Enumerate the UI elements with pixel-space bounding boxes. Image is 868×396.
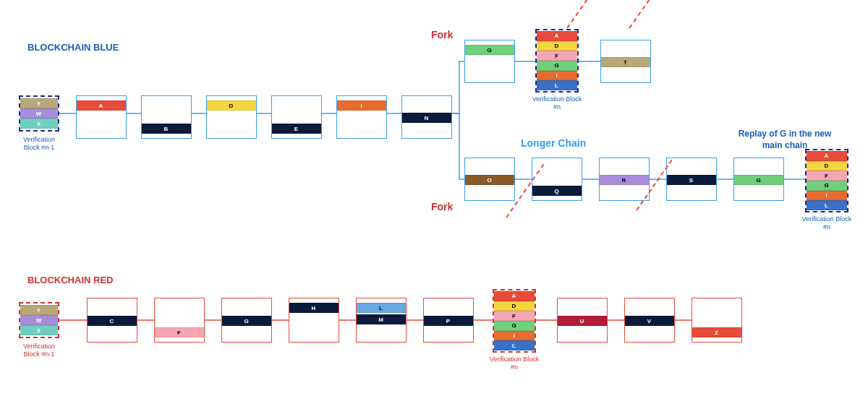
stripe-T: T [601,57,650,67]
stripe-L: L [807,200,847,210]
stripe-W: W [20,315,58,325]
slash-1 [566,0,601,29]
red-verification-n: ADFGIL [493,289,536,353]
stripe-L: L [357,303,406,313]
block-Z: Z [692,298,742,343]
block-I: I [336,95,387,139]
stripe-U: U [558,316,607,326]
stripe-G: G [537,61,577,71]
block-O: O [464,158,515,201]
stripe-L: L [494,340,535,350]
stripe-F: F [155,327,204,337]
slash-2 [629,0,663,29]
stripe-A: A [537,31,577,41]
block-E: E [271,95,322,139]
block-U: U [557,298,608,343]
caption-red-verif-n: Verification Block #n [488,356,540,371]
stripe-H: H [289,303,339,313]
stripe-F: F [807,171,847,181]
stripe-F: F [494,311,535,321]
block-V: V [624,298,675,343]
stripe-I: I [494,331,535,341]
block-P: P [423,298,474,343]
stripe-V: V [625,316,674,326]
title-red: BLOCKCHAIN RED [27,275,113,285]
label-fork-top: Fork [431,29,453,40]
stripe-G: G [222,316,271,326]
stripe-A: A [494,291,535,301]
stripe-C: C [88,316,137,326]
stripe-X: X [20,119,58,129]
stripe-G: G [734,175,783,185]
caption-blue-verif-n1: Verification Block #n-1 [14,136,64,152]
stripe-S: S [667,175,716,185]
blue-fork-up-after: T [600,40,651,83]
stripe-I: I [807,191,847,201]
red-verification-n-1: YWX [19,302,59,338]
label-fork-bottom: Fork [431,201,453,212]
stripe-X: X [20,325,58,335]
stripe-M: M [357,314,406,324]
block-R: R [599,158,650,201]
label-replay: Replay of G in the new main chain [738,129,832,151]
block-G: G [733,158,784,201]
stripe-I: I [337,100,386,111]
block-A: A [76,95,127,139]
block-Q: Q [532,158,582,201]
title-blue: BLOCKCHAIN BLUE [27,42,119,53]
label-longer-chain: Longer Chain [521,137,586,149]
stripe-G: G [494,321,535,331]
block-G: G [221,298,272,343]
stripe-B: B [142,124,191,134]
stripe-I: I [537,71,577,81]
stripe-O: O [465,175,514,185]
blue-fork-up: G [464,40,515,83]
block-B: B [141,95,192,139]
stripe-G: G [465,45,514,55]
stripe-R: R [600,175,649,185]
stripe-W: W [20,108,58,119]
stripe-Z: Z [692,327,741,337]
caption-blue-verif-up: Verification Block #n [531,95,583,111]
stripe-Q: Q [532,186,582,196]
stripe-Y: Y [20,305,58,315]
block-C: C [87,298,137,343]
stripe-N: N [402,113,451,123]
stripe-A: A [77,100,126,111]
block-S: S [666,158,717,201]
blue-verification-down: ADFGIL [805,149,848,212]
caption-blue-verif-down: Verification Block #n [801,215,853,231]
caption-red-verif-n1: Verification Block #n-1 [14,343,64,358]
stripe-P: P [424,316,473,326]
stripe-D: D [494,301,535,311]
stripe-A: A [807,151,847,161]
block-T: T [600,40,651,83]
stripe-G: G [807,181,847,191]
blue-verification-up: ADFGIL [535,29,579,92]
stripe-F: F [537,51,577,61]
stripe-D: D [537,41,577,51]
block-H: H [289,298,339,343]
stripe-L: L [537,80,577,90]
stripe-E: E [272,124,321,134]
stripe-D: D [807,161,847,171]
blue-verification-n-1: YWX [19,95,59,132]
stripe-Y: Y [20,98,58,108]
block-N: N [401,95,452,139]
block-F: F [154,298,205,343]
block-G: G [464,40,515,83]
block-D: D [206,95,257,139]
block-L: LM [356,298,407,343]
stripe-D: D [207,100,256,111]
